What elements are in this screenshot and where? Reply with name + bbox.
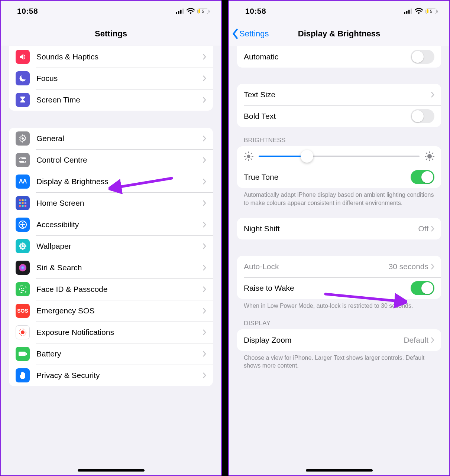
row-display-brightness[interactable]: AA Display & Brightness: [9, 171, 213, 192]
svg-rect-41: [411, 9, 412, 14]
label-faceid-passcode: Face ID & Passcode: [36, 285, 203, 294]
toggle-bold-text[interactable]: [411, 109, 434, 123]
brightness-slider[interactable]: [259, 156, 420, 157]
row-auto-lock[interactable]: Auto-Lock 30 seconds: [237, 256, 441, 277]
row-control-centre[interactable]: Control Centre: [9, 149, 213, 171]
label-siri-search: Siri & Search: [36, 263, 203, 272]
label-display-brightness: Display & Brightness: [36, 177, 203, 186]
row-privacy-security[interactable]: Privacy & Security: [9, 365, 213, 386]
row-emergency-sos[interactable]: SOS Emergency SOS: [9, 300, 213, 322]
row-wallpaper[interactable]: Wallpaper: [9, 235, 213, 257]
chevron-right-icon: [431, 264, 434, 270]
nav-header: Settings Display & Brightness: [229, 22, 449, 46]
chevron-right-icon: [203, 243, 206, 249]
svg-rect-17: [25, 205, 26, 207]
label-control-centre: Control Centre: [36, 156, 203, 164]
back-button[interactable]: Settings: [232, 22, 269, 46]
row-true-tone: True Tone: [237, 166, 441, 188]
svg-rect-10: [22, 199, 24, 201]
svg-line-47: [246, 153, 246, 154]
label-true-tone: True Tone: [244, 173, 411, 182]
svg-point-19: [22, 222, 23, 224]
svg-rect-35: [19, 352, 26, 356]
phone-right: 10:58 5 Settings Display & Brightness Au…: [228, 0, 450, 476]
cellular-icon: [404, 9, 412, 14]
section-display-zoom: Display Zoom Default: [237, 329, 441, 351]
svg-line-57: [432, 159, 433, 160]
chevron-right-icon: [203, 222, 206, 228]
exposure-icon: [16, 325, 30, 339]
row-siri-search[interactable]: Siri & Search: [9, 257, 213, 278]
row-brightness-slider: [237, 146, 441, 166]
row-faceid-passcode[interactable]: Face ID & Passcode: [9, 278, 213, 300]
svg-rect-39: [406, 11, 408, 14]
svg-rect-13: [22, 202, 24, 204]
row-raise-to-wake: Raise to Wake: [237, 277, 441, 299]
svg-rect-36: [26, 353, 27, 355]
label-home-screen: Home Screen: [36, 199, 203, 208]
label-exposure-notifications: Exposure Notifications: [36, 328, 203, 337]
svg-line-50: [251, 153, 252, 154]
chevron-right-icon: [203, 200, 206, 206]
label-sounds-haptics: Sounds & Haptics: [36, 52, 203, 61]
svg-point-51: [427, 154, 432, 159]
toggle-automatic[interactable]: [411, 50, 434, 64]
footer-display-zoom: Choose a view for iPhone. Larger Text sh…: [244, 354, 434, 370]
toggle-true-tone[interactable]: [411, 170, 434, 184]
svg-point-25: [20, 244, 22, 245]
row-exposure-notifications[interactable]: Exposure Notifications: [9, 322, 213, 343]
chevron-right-icon: [203, 329, 206, 335]
row-bold-text: Bold Text: [237, 105, 441, 127]
svg-rect-40: [408, 10, 410, 14]
home-indicator[interactable]: [306, 469, 373, 472]
settings-content[interactable]: Sounds & Haptics Focus Screen Time Gener…: [1, 46, 221, 386]
siri-icon: [16, 261, 30, 275]
toggle-raise-to-wake[interactable]: [411, 281, 434, 295]
row-sounds-haptics[interactable]: Sounds & Haptics: [9, 46, 213, 68]
status-icons: 5: [176, 8, 208, 14]
chevron-right-icon: [203, 75, 206, 81]
home-indicator[interactable]: [78, 469, 145, 472]
status-time: 10:58: [245, 7, 266, 16]
svg-line-48: [251, 159, 252, 159]
label-display-zoom: Display Zoom: [244, 336, 404, 345]
chevron-right-icon: [431, 92, 434, 98]
chevron-right-icon: [431, 337, 434, 343]
svg-point-27: [20, 247, 22, 249]
svg-rect-38: [404, 12, 405, 14]
row-home-screen[interactable]: Home Screen: [9, 192, 213, 214]
page-title: Display & Brightness: [298, 29, 380, 39]
svg-point-23: [19, 245, 21, 247]
svg-rect-3: [182, 9, 184, 14]
row-battery[interactable]: Battery: [9, 343, 213, 365]
svg-point-29: [19, 264, 26, 271]
display-content[interactable]: Automatic Text Size Bold Text BRIGHTNESS: [229, 46, 449, 370]
svg-point-31: [21, 288, 22, 289]
svg-line-58: [426, 159, 427, 160]
battery-icon: 5: [425, 9, 437, 14]
row-display-zoom[interactable]: Display Zoom Default: [237, 329, 441, 351]
section-text: Text Size Bold Text: [237, 84, 441, 127]
grid-icon: [16, 196, 30, 210]
row-night-shift[interactable]: Night Shift Off: [237, 218, 441, 239]
row-automatic: Automatic: [237, 46, 441, 68]
hourglass-icon: [16, 93, 30, 107]
row-text-size[interactable]: Text Size: [237, 84, 441, 105]
label-screen-time: Screen Time: [36, 95, 203, 104]
back-label: Settings: [239, 29, 269, 39]
svg-point-4: [22, 137, 24, 140]
status-bar: 10:58 5: [229, 1, 449, 22]
row-general[interactable]: General: [9, 128, 213, 149]
chevron-right-icon: [203, 372, 206, 378]
settings-section-1: Sounds & Haptics Focus Screen Time: [9, 46, 213, 111]
row-accessibility[interactable]: Accessibility: [9, 214, 213, 235]
battery-icon: 5: [197, 9, 208, 14]
svg-line-59: [432, 153, 433, 154]
row-screen-time[interactable]: Screen Time: [9, 89, 213, 111]
svg-rect-14: [25, 202, 26, 204]
wifi-icon: [187, 8, 195, 14]
aa-icon: AA: [16, 175, 30, 189]
row-focus[interactable]: Focus: [9, 68, 213, 89]
label-text-size: Text Size: [244, 90, 431, 99]
svg-point-32: [23, 288, 25, 289]
